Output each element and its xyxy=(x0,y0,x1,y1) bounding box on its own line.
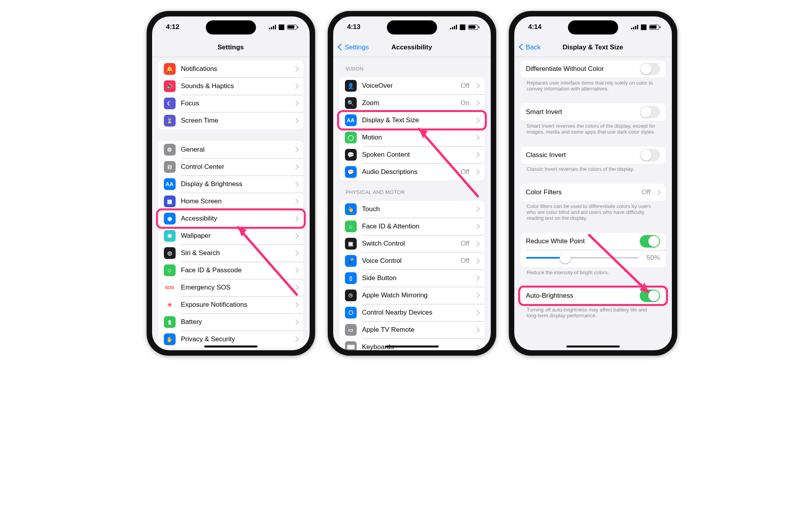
row-notifications[interactable]: 🔔Notifications xyxy=(158,60,303,78)
general-icon: ⚙︎ xyxy=(164,144,176,156)
wallpaper-icon: ❀ xyxy=(164,230,176,242)
row-reduce-white-point[interactable]: Reduce White Point xyxy=(521,233,666,250)
row-label: Side Button xyxy=(362,274,470,282)
row-keyboards[interactable]: ⌨︎Keyboards xyxy=(339,338,484,350)
chevron-right-icon xyxy=(475,100,479,107)
toggle-classic-invert[interactable] xyxy=(640,149,660,161)
row-apple-tv-remote[interactable]: ▭Apple TV Remote xyxy=(339,321,484,338)
row-focus[interactable]: ☾Focus xyxy=(158,95,303,112)
row-face-id-passcode[interactable]: ☺︎Face ID & Passcode xyxy=(158,262,303,279)
slider-thumb[interactable] xyxy=(560,252,571,263)
chevron-right-icon xyxy=(294,198,298,205)
row-voice-control[interactable]: 🎤Voice ControlOff xyxy=(339,252,484,270)
section-footer: Turning off auto-brightness may affect b… xyxy=(514,304,672,318)
row-face-id-attention[interactable]: ☺︎Face ID & Attention xyxy=(339,218,484,235)
chevron-right-icon xyxy=(294,117,298,124)
row-display-brightness[interactable]: AADisplay & Brightness xyxy=(158,176,303,193)
settings-group: Classic Invert xyxy=(521,147,666,164)
row-battery[interactable]: ▮Battery xyxy=(158,313,303,331)
row-auto-brightness[interactable]: Auto-Brightness xyxy=(521,287,666,304)
row-general[interactable]: ⚙︎General xyxy=(158,141,303,158)
row-label: VoiceOver xyxy=(362,82,455,90)
row-touch[interactable]: 👆Touch xyxy=(339,201,484,218)
status-time: 4:14 xyxy=(528,23,542,31)
row-zoom[interactable]: 🔍ZoomOn xyxy=(339,94,484,112)
phone-frame: 4:14📶BackDisplay & Text SizeDifferentiat… xyxy=(509,11,677,356)
row-motion[interactable]: ◯Motion xyxy=(339,129,484,146)
battery-icon: ▮ xyxy=(164,316,176,328)
row-apple-watch-mirroring[interactable]: ⌚︎Apple Watch Mirroring xyxy=(339,287,484,304)
wifi-icon: 📶 xyxy=(640,24,647,30)
back-button[interactable]: Settings xyxy=(336,38,369,57)
settings-group: Differentiate Without Color xyxy=(521,60,666,78)
zoom-icon: 🔍 xyxy=(345,97,357,109)
row-display-text-size[interactable]: AADisplay & Text Size xyxy=(339,112,484,129)
row-voiceover[interactable]: 👤VoiceOverOff xyxy=(339,77,484,94)
home-screen-icon: ▦ xyxy=(164,195,176,207)
row-label: Apple Watch Mirroring xyxy=(362,291,470,299)
page-title: Display & Text Size xyxy=(562,43,623,51)
row-spoken-content[interactable]: 💬Spoken Content xyxy=(339,146,484,163)
section-header: VISION xyxy=(333,57,491,74)
row-side-button[interactable]: ▯Side Button xyxy=(339,270,484,287)
row-control-nearby-devices[interactable]: ⎔Control Nearby Devices xyxy=(339,304,484,321)
screen: 4:13📶SettingsAccessibilityVISION👤VoiceOv… xyxy=(333,16,491,350)
row-exposure-notifications[interactable]: ✳︎Exposure Notifications xyxy=(158,296,303,313)
dynamic-island xyxy=(568,20,618,34)
row-sounds-haptics[interactable]: 🔊Sounds & Haptics xyxy=(158,78,303,95)
content-scroll[interactable]: VISION👤VoiceOverOff🔍ZoomOnAADisplay & Te… xyxy=(333,57,491,350)
row-color-filters[interactable]: Color FiltersOff xyxy=(521,184,666,201)
white-point-slider[interactable] xyxy=(526,257,638,259)
row-classic-invert[interactable]: Classic Invert xyxy=(521,147,666,164)
row-emergency-sos[interactable]: SOSEmergency SOS xyxy=(158,279,303,296)
row-value: On xyxy=(461,99,470,107)
row-siri-search[interactable]: ◎Siri & Search xyxy=(158,244,303,262)
chevron-right-icon xyxy=(294,284,298,291)
row-wallpaper[interactable]: ❀Wallpaper xyxy=(158,227,303,244)
display-text-icon: AA xyxy=(345,114,357,126)
section-footer: Classic Invert reverses the colors of th… xyxy=(514,164,672,172)
settings-group: Auto-Brightness xyxy=(521,287,666,304)
appletv-remote-icon: ▭ xyxy=(345,324,357,336)
row-screen-time[interactable]: ⌛Screen Time xyxy=(158,112,303,129)
keyboards-icon: ⌨︎ xyxy=(345,341,357,350)
notifications-icon: 🔔 xyxy=(164,63,176,75)
row-switch-control[interactable]: ▣Switch ControlOff xyxy=(339,235,484,252)
chevron-left-icon xyxy=(336,43,345,51)
row-home-screen[interactable]: ▦Home Screen xyxy=(158,193,303,210)
cellular-icon xyxy=(450,25,457,29)
row-differentiate-without-color[interactable]: Differentiate Without Color xyxy=(521,60,666,78)
motion-icon: ◯ xyxy=(345,132,357,143)
back-button[interactable]: Back xyxy=(517,38,541,57)
toggle-differentiate-without-color[interactable] xyxy=(640,63,660,75)
battery-icon xyxy=(287,25,297,30)
phone-frame: 4:12📶Settings🔔Notifications🔊Sounds & Hap… xyxy=(147,11,315,356)
settings-group: Color FiltersOff xyxy=(521,184,666,201)
settings-group: ⚙︎General⊟Control CenterAADisplay & Brig… xyxy=(158,141,303,348)
row-label: General xyxy=(181,146,288,154)
toggle-smart-invert[interactable] xyxy=(640,106,660,118)
row-audio-descriptions[interactable]: 💬Audio DescriptionsOff xyxy=(339,163,484,181)
row-label: Exposure Notifications xyxy=(181,301,288,309)
status-indicators: 📶 xyxy=(631,24,659,30)
section-footer: Replaces user interface items that rely … xyxy=(514,78,672,92)
chevron-right-icon xyxy=(475,326,479,333)
chevron-right-icon xyxy=(294,146,298,153)
row-smart-invert[interactable]: Smart Invert xyxy=(521,103,666,121)
row-label: Auto-Brightness xyxy=(526,292,634,300)
row-control-center[interactable]: ⊟Control Center xyxy=(158,158,303,176)
row-accessibility[interactable]: ◉Accessibility xyxy=(158,210,303,227)
content-scroll[interactable]: 🔔Notifications🔊Sounds & Haptics☾Focus⌛Sc… xyxy=(152,57,310,350)
chevron-right-icon xyxy=(294,267,298,274)
siri-icon: ◎ xyxy=(164,247,176,259)
toggle-reduce-white-point[interactable] xyxy=(640,235,660,248)
home-indicator xyxy=(204,346,258,347)
row-label: Display & Brightness xyxy=(181,180,288,188)
settings-group: 🔔Notifications🔊Sounds & Haptics☾Focus⌛Sc… xyxy=(158,60,303,129)
chevron-right-icon xyxy=(656,189,660,196)
content-scroll[interactable]: Differentiate Without ColorReplaces user… xyxy=(514,57,672,350)
toggle-auto-brightness[interactable] xyxy=(640,290,660,302)
switch-control-icon: ▣ xyxy=(345,238,357,250)
chevron-right-icon xyxy=(294,336,298,343)
chevron-right-icon xyxy=(475,292,479,299)
